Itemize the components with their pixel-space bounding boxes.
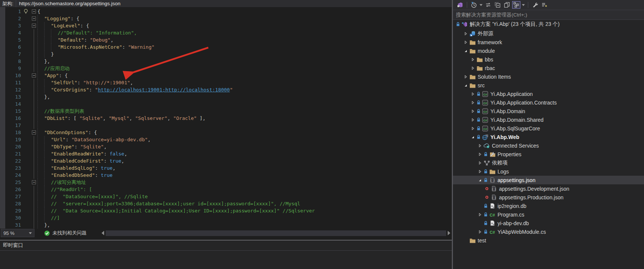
chevron-down-icon[interactable] bbox=[479, 4, 483, 6]
code-line-27[interactable]: 27// "DataSource=[xxxx]", //Sqlite bbox=[5, 193, 452, 200]
tree-item-appsettings.json[interactable]: { }appsettings.json bbox=[453, 176, 644, 184]
tree-item-src[interactable]: src bbox=[453, 81, 644, 90]
pending-changes-filter-icon[interactable] bbox=[470, 1, 478, 9]
breakpoint-margin[interactable] bbox=[0, 7, 5, 229]
expander-collapsed-icon[interactable] bbox=[477, 151, 483, 157]
expander-expanded-icon[interactable] bbox=[469, 134, 476, 140]
code-line-1[interactable]: 1−{ bbox=[5, 8, 452, 15]
document-health-indicator[interactable]: 未找到相关问题 bbox=[44, 230, 87, 236]
expander-collapsed-icon[interactable] bbox=[469, 65, 476, 71]
immediate-window-content[interactable] bbox=[0, 251, 452, 269]
fold-collapse-box[interactable]: − bbox=[31, 179, 37, 186]
chevron-down-icon[interactable] bbox=[521, 4, 525, 6]
fold-collapse-box[interactable]: − bbox=[31, 72, 37, 79]
code-line-20[interactable]: 20"DbType": "Sqlite", bbox=[5, 143, 452, 150]
sync-selection-icon[interactable] bbox=[484, 1, 492, 9]
minus-fold-icon[interactable]: − bbox=[32, 9, 36, 13]
tree-item-appsettings.production.json[interactable]: { }appsettings.Production.json bbox=[453, 193, 644, 202]
cors-url-link[interactable]: http://localhost:19001;http://localhost:… bbox=[98, 86, 230, 93]
minus-fold-icon[interactable]: − bbox=[32, 16, 36, 21]
tree-item-ip2region.db[interactable]: ip2region.db bbox=[453, 202, 644, 210]
zoom-level-dropdown[interactable]: 95 % bbox=[1, 229, 34, 237]
code-line-14[interactable]: 14 bbox=[5, 100, 452, 108]
minus-fold-icon[interactable]: − bbox=[32, 130, 36, 134]
fold-collapse-box[interactable]: − bbox=[31, 22, 37, 29]
expander-expanded-icon[interactable] bbox=[462, 48, 469, 54]
tree-item-yi-abp-dev.db[interactable]: yi-abp-dev.db bbox=[453, 219, 644, 227]
code-line-10[interactable]: 10−"App": { bbox=[5, 72, 452, 79]
show-all-files-icon[interactable] bbox=[540, 1, 548, 9]
code-line-24[interactable]: 24"EnabledDbSeed": true bbox=[5, 172, 452, 179]
tree-item-logs[interactable]: Logs bbox=[453, 167, 644, 176]
tree-item-yiabpwebmodule.cs[interactable]: C#YiAbpWebModule.cs bbox=[453, 227, 644, 236]
code-line-5[interactable]: 5"Default": "Debug", bbox=[5, 36, 452, 43]
tree-item-test[interactable]: test bbox=[453, 236, 644, 245]
scrollbar-track[interactable] bbox=[106, 230, 446, 236]
solution-root-row[interactable]: 解决方案 'Yi.Abp' (23 个项目, 共 23 个) bbox=[453, 20, 644, 28]
tree-item-yi.abp.application.contracts[interactable]: C#Yi.Abp.Application.Contracts bbox=[453, 98, 644, 107]
code-line-12[interactable]: 12"CorsOrigins": "http://localhost:19001… bbox=[5, 86, 452, 93]
tree-item-bbs[interactable]: bbs bbox=[453, 55, 644, 64]
lightbulb-icon[interactable] bbox=[22, 8, 31, 15]
code-line-8[interactable]: 8}, bbox=[5, 58, 452, 65]
code-line-3[interactable]: 3−"LogLevel": { bbox=[5, 22, 452, 29]
minus-fold-icon[interactable]: − bbox=[32, 24, 36, 28]
solution-explorer-search-input[interactable]: 搜索解决方案资源管理器(Ctrl+;) bbox=[453, 10, 644, 20]
code-line-31[interactable]: 31}, bbox=[5, 221, 452, 229]
tree-item-yi.abp.sqlsugarcore[interactable]: C#Yi.Abp.SqlSugarCore bbox=[453, 124, 644, 133]
code-line-23[interactable]: 23"EnabledSqlLog": true, bbox=[5, 164, 452, 172]
horizontal-scrollbar[interactable] bbox=[102, 229, 452, 238]
expander-collapsed-icon[interactable] bbox=[462, 74, 469, 80]
expander-collapsed-icon[interactable] bbox=[477, 143, 483, 149]
tree-item-appsettings.development.json[interactable]: { }appsettings.Development.json bbox=[453, 184, 644, 193]
tree-item--[interactable]: 依赖项 bbox=[453, 158, 644, 167]
tree-item-program.cs[interactable]: C#Program.cs bbox=[453, 210, 644, 219]
code-line-4[interactable]: 4//"Default": "Information", bbox=[5, 29, 452, 36]
schema-url-combobox[interactable]: https://json.schemastore.org/appsettings… bbox=[16, 0, 452, 7]
code-line-7[interactable]: 7} bbox=[5, 51, 452, 58]
tree-item-connected-services[interactable]: Connected Services bbox=[453, 141, 644, 150]
scroll-left-icon[interactable] bbox=[102, 231, 104, 235]
expander-collapsed-icon[interactable] bbox=[462, 39, 469, 45]
tree-item-yi.abp.web[interactable]: Yi.Abp.Web bbox=[453, 133, 644, 141]
code-line-15[interactable]: 15//数据库类型列表 bbox=[5, 108, 452, 115]
code-line-6[interactable]: 6"Microsoft.AspNetCore": "Warning" bbox=[5, 43, 452, 51]
expander-expanded-icon[interactable] bbox=[477, 177, 483, 183]
tree-item-yi.abp.application[interactable]: C#Yi.Abp.Application bbox=[453, 90, 644, 98]
code-line-26[interactable]: 26//"ReadUrl": [ bbox=[5, 186, 452, 193]
fold-collapse-box[interactable]: − bbox=[31, 15, 37, 22]
expander-expanded-icon[interactable] bbox=[462, 82, 469, 88]
expander-collapsed-icon[interactable] bbox=[477, 229, 483, 235]
fold-collapse-box[interactable]: − bbox=[31, 8, 37, 15]
code-line-11[interactable]: 11"SelfUrl": "http://*:19001", bbox=[5, 79, 452, 86]
tree-item-yi.abp.domain[interactable]: C#Yi.Abp.Domain bbox=[453, 107, 644, 115]
code-line-9[interactable]: 9//应用启动 bbox=[5, 65, 452, 72]
code-line-2[interactable]: 2−"Logging": { bbox=[5, 15, 452, 22]
code-line-22[interactable]: 22"EnabledCodeFirst": true, bbox=[5, 157, 452, 164]
code-line-13[interactable]: 13}, bbox=[5, 93, 452, 100]
code-line-17[interactable]: 17 bbox=[5, 122, 452, 129]
tree-item-yi.abp.domain.shared[interactable]: C#Yi.Abp.Domain.Shared bbox=[453, 115, 644, 124]
tree-item-module[interactable]: module bbox=[453, 46, 644, 55]
expander-collapsed-icon[interactable] bbox=[477, 160, 483, 166]
scroll-right-icon[interactable] bbox=[448, 231, 450, 235]
expander-collapsed-icon[interactable] bbox=[477, 212, 483, 218]
expander-collapsed-icon[interactable] bbox=[469, 108, 476, 114]
tree-item-solution-items[interactable]: Solution Items bbox=[453, 72, 644, 81]
code-line-28[interactable]: 28// "server=[xxxx];port=3306;database=[… bbox=[5, 200, 452, 207]
code-line-19[interactable]: 19"Url": "DataSource=yi-abp-dev.db", bbox=[5, 136, 452, 143]
properties-wrench-icon[interactable] bbox=[531, 1, 539, 9]
expander-collapsed-icon[interactable] bbox=[469, 126, 476, 132]
fold-collapse-box[interactable]: − bbox=[31, 129, 37, 136]
expander-collapsed-icon[interactable] bbox=[462, 31, 469, 37]
expander-collapsed-icon[interactable] bbox=[469, 117, 476, 123]
expander-collapsed-icon[interactable] bbox=[477, 169, 483, 175]
immediate-window-title[interactable]: 即时窗口 bbox=[0, 241, 452, 251]
expander-collapsed-icon[interactable] bbox=[469, 100, 476, 106]
tree-item-rbac[interactable]: rbac bbox=[453, 64, 644, 72]
minus-fold-icon[interactable]: − bbox=[32, 180, 36, 184]
switch-views-icon[interactable] bbox=[456, 1, 464, 9]
code-line-16[interactable]: 16"DbList": [ "Sqlite", "Mysql", "Sqlser… bbox=[5, 115, 452, 122]
tree-item--[interactable]: 外部源 bbox=[453, 29, 644, 38]
code-line-21[interactable]: 21"EnabledReadWrite": false, bbox=[5, 150, 452, 157]
